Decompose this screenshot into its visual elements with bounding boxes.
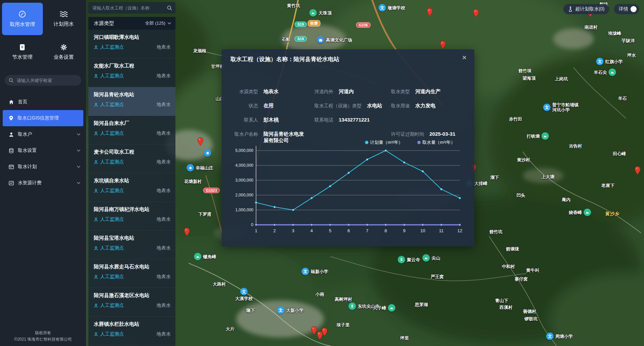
map-place-label: 大路村 (213, 282, 226, 287)
map-poi[interactable]: 天珠顶 (309, 9, 332, 17)
map-poi[interactable]: 螺角嶂 (194, 253, 216, 260)
menu-item-home[interactable]: 首页 (0, 94, 86, 110)
station-list-item[interactable]: 陆河县自来水厂人工监测点地表水 (88, 116, 175, 144)
map-place-label: 龙颈根 (193, 48, 206, 53)
menu-item-label: 取水户 (18, 131, 73, 137)
map-poi-label: 周塘小学 (555, 334, 573, 339)
map-place-label: 寨仔窝 (515, 276, 528, 282)
map-poi[interactable]: 文大新小学 (277, 307, 304, 314)
station-list-item[interactable]: 河口镇唱歌潭水电站人工监测点地表水 (88, 30, 175, 58)
field-label: 取水户名称 (230, 131, 258, 137)
map-poi[interactable]: 羊石尖 (594, 69, 616, 76)
tile-label: 取用水管理 (10, 21, 35, 28)
map-poi[interactable]: 聚云寺 (398, 256, 420, 263)
water-source-value: 地表水 (157, 73, 171, 79)
modal-field: 水源类型地表水 (230, 88, 308, 95)
over-plan-water-button[interactable]: 超计划取水(0) (563, 4, 609, 14)
station-list-item[interactable]: 麦卡公司取水工程人工监测点地表水 (88, 144, 175, 173)
water-source-value: 地表水 (157, 331, 171, 337)
map-poi[interactable]: 文墩塘学校 (379, 4, 405, 11)
station-list-item[interactable]: 陆河县南万镇杞洋水电站人工监测点地表水 (88, 202, 175, 231)
manual-monitor-label: 人工监测点 (100, 216, 124, 222)
menu-item-water-users[interactable]: 取水户 (0, 126, 86, 142)
map-place-label: 坪里 (400, 336, 409, 341)
map-poi[interactable]: 东坑尖山寺 (348, 302, 380, 310)
map-place-label: 严王窝 (431, 274, 444, 279)
tile-water-saving-mgmt[interactable]: 节水管理 (2, 36, 43, 68)
red-map-pin-icon[interactable] (426, 8, 433, 17)
chevron-down-icon (77, 165, 81, 168)
field-label: 许可证过期时间 (391, 131, 424, 137)
detail-toggle[interactable]: 详情 (614, 4, 639, 14)
red-map-pin-icon[interactable] (634, 166, 641, 175)
map-poi[interactable]: 文福新小学 (302, 268, 328, 275)
red-map-pin-icon[interactable] (197, 137, 204, 146)
app-tiles: 取用水管理 计划用水 节水管理 业务设置 (0, 0, 86, 69)
menu-item-water-billing[interactable]: 水资源计费 (0, 175, 86, 191)
source-type-filter[interactable]: 全部 (125) (145, 20, 171, 26)
map-place-label: 西溪村 (500, 305, 513, 310)
manual-monitor-label: 人工监测点 (100, 331, 124, 337)
map-poi[interactable]: 打铁塘 (527, 132, 549, 140)
station-search-input[interactable] (92, 5, 165, 11)
field-label: 状态 (230, 103, 258, 109)
svg-text:1,000,000: 1,000,000 (235, 208, 254, 212)
field-label: 取水用途 (391, 103, 410, 109)
keyword-search-input[interactable] (16, 78, 77, 83)
menu-item-label: 取水口GIS信息管理 (18, 115, 81, 121)
map-place-label: 埃垅峰 (608, 31, 621, 36)
map-poi-label: 高塘文化广场 (326, 37, 352, 43)
red-map-pin-icon[interactable] (440, 41, 446, 49)
keyword-search[interactable] (5, 75, 81, 86)
menu-item-gis-info[interactable]: 取水口GIS信息管理 (3, 110, 83, 126)
svg-text:3: 3 (292, 228, 294, 233)
svg-text:7: 7 (366, 228, 368, 233)
map-poi[interactable] (204, 149, 211, 157)
station-list-item[interactable]: 水唇镇水栏肚水电站人工监测点地表水 (88, 317, 175, 345)
station-search[interactable] (88, 2, 175, 14)
field-value: 地表水 (263, 88, 279, 95)
station-list-item[interactable]: 陆河县宝塔水电站人工监测点地表水 (88, 231, 175, 259)
map-poi[interactable]: 文普宁市船埔镇 河坑小学 (543, 102, 579, 112)
tile-water-intake-mgmt[interactable]: 取用水管理 (2, 3, 43, 35)
station-list-item[interactable]: 友能水厂取水工程人工监测点地表水 (88, 58, 175, 87)
map-place-label: 凹头 (516, 193, 525, 198)
person-icon (94, 74, 98, 78)
water-source-value: 地表水 (157, 102, 171, 108)
menu-item-intake-settings[interactable]: 取水设置 (0, 142, 86, 159)
map-poi[interactable]: 高塘文化广场 (317, 36, 352, 44)
station-list-item[interactable]: 陆河县水唇走马石水电站人工监测点地表水 (88, 259, 175, 288)
map-place-label: 赤竹田 (509, 116, 522, 122)
menu-item-intake-plan[interactable]: 取水计划 (0, 159, 86, 175)
station-list: 河口镇唱歌潭水电站人工监测点地表水友能水厂取水工程人工监测点地表水陆河县青砼水电… (88, 30, 175, 345)
modal-field-row: 水源类型地表水河道内外河道内取水类型河道内生产 (222, 88, 474, 96)
modal-field: 取水用途水力发电 (391, 103, 436, 109)
tile-business-settings[interactable]: 业务设置 (44, 36, 84, 68)
copyright-line1: 版权所有 (0, 330, 86, 336)
person-icon (94, 45, 98, 50)
red-map-pin-icon[interactable] (321, 327, 328, 336)
map-poi[interactable]: 文红旗小学 (596, 58, 623, 65)
map-poi[interactable]: 幸福山庄 (187, 164, 213, 171)
tile-label: 节水管理 (12, 54, 32, 60)
map-place-label: 高树坪村 (335, 297, 352, 302)
map-place-label: 坪水 (627, 53, 636, 58)
close-icon[interactable]: ✕ (462, 54, 467, 61)
map-poi[interactable]: 文大溪学校 (235, 288, 253, 301)
road-badge: 收费 (308, 20, 320, 27)
red-map-pin-icon[interactable] (473, 9, 479, 18)
station-list-item[interactable]: 陆河县激石溪老区水电站人工监测点地表水 (88, 288, 175, 317)
tile-planned-water[interactable]: 计划用水 (44, 3, 84, 35)
map-poi[interactable]: 烧香嶂 (569, 209, 591, 216)
station-list-item[interactable]: 陆河县青砼水电站人工监测点地表水 (88, 87, 175, 116)
school-marker-icon: 文 (240, 288, 248, 295)
person-icon (94, 103, 98, 107)
red-map-pin-icon[interactable] (184, 228, 190, 236)
map-poi[interactable]: 尖山 (422, 254, 440, 262)
field-label: 河道内外 (314, 89, 333, 95)
chevron-down-icon (77, 133, 81, 136)
station-list-item[interactable]: 东坑镇自来水站人工监测点地表水 (88, 173, 175, 202)
svg-text:5,000,000: 5,000,000 (235, 148, 254, 153)
map-place-label: 芋陂洋 (622, 38, 635, 43)
map-poi[interactable]: 文周塘小学 (546, 332, 573, 340)
